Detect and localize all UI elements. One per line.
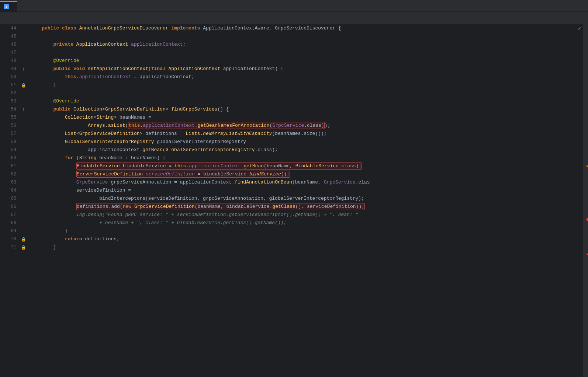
minimap-indicator-orange — [587, 165, 588, 167]
line-number-56: 56 — [0, 122, 20, 130]
line-number-70: 70 — [0, 235, 20, 243]
line-content-67: log.debug("Found gRPC service: " + servi… — [27, 211, 583, 219]
line-gutter-46 — [20, 41, 27, 49]
code-line-48: 48 @Override — [0, 57, 583, 65]
code-line-50: 50 this.applicationContext = application… — [0, 73, 583, 81]
line-number-58: 58 — [0, 138, 20, 146]
code-line-60: 60 for (String beanName : beanNames) { — [0, 154, 583, 162]
line-gutter-65 — [20, 195, 27, 203]
line-gutter-54: ↑ — [20, 105, 27, 114]
code-line-53: 53 @Override — [0, 97, 583, 105]
code-line-54: 54↑ public Collection<GrpcServiceDefinit… — [0, 105, 583, 114]
code-line-66: 66 definitions.add(new GrpcServiceDefini… — [0, 203, 583, 211]
line-number-51: 51 — [0, 81, 20, 89]
code-line-64: 64 serviceDefinition = — [0, 186, 583, 195]
line-content-60: for (String beanName : beanNames) { — [27, 154, 583, 162]
tab-file[interactable]: J — [0, 1, 17, 11]
lock-icon: 🔒 — [21, 237, 26, 242]
line-gutter-50 — [20, 73, 27, 81]
line-number-65: 65 — [0, 195, 20, 203]
line-content-70: return definitions; — [27, 235, 583, 243]
line-content-58: GlobalServerInterceptorRegistry globalSe… — [27, 138, 583, 146]
line-content-71: } — [27, 243, 583, 251]
code-line-67: 67 log.debug("Found gRPC service: " + se… — [0, 211, 583, 219]
line-gutter-48 — [20, 57, 27, 65]
line-gutter-52 — [20, 89, 27, 97]
line-content-47 — [27, 49, 583, 57]
line-number-66: 66 — [0, 203, 20, 211]
line-content-69: } — [27, 227, 583, 235]
line-gutter-49: ↑ — [20, 65, 27, 73]
line-content-65: bindInterceptors(serviceDefinition, grpc… — [27, 195, 583, 203]
code-line-46: 46 private ApplicationContext applicatio… — [0, 41, 583, 49]
line-content-61: BindableService bindableService = this.a… — [27, 162, 583, 170]
line-number-60: 60 — [0, 154, 20, 162]
line-gutter-44 — [20, 24, 27, 32]
line-gutter-66 — [20, 203, 27, 211]
line-content-64: serviceDefinition = — [27, 186, 583, 195]
code-line-58: 58 GlobalServerInterceptorRegistry globa… — [0, 138, 583, 146]
line-number-63: 63 — [0, 178, 20, 186]
line-number-44: 44 — [0, 24, 20, 32]
code-line-45: 45 — [0, 32, 583, 41]
line-number-62: 62 — [0, 170, 20, 178]
line-content-45 — [27, 32, 583, 41]
line-content-68: + beanName + ", class: " + bindableServi… — [27, 219, 583, 227]
editor: 44 public class AnnotationGrpcServiceDis… — [0, 24, 588, 377]
line-gutter-55 — [20, 114, 27, 122]
line-gutter-71: 🔒 — [20, 243, 27, 251]
line-number-71: 71 — [0, 243, 20, 251]
code-line-71: 71🔒 } — [0, 243, 583, 251]
line-gutter-57 — [20, 130, 27, 138]
code-line-70: 70🔒 return definitions; — [0, 235, 583, 243]
line-content-57: List<GrpcServiceDefinition> definitions … — [27, 130, 583, 138]
code-line-56: 56 Arrays.asList(this.applicationContext… — [0, 122, 583, 130]
line-gutter-68 — [20, 219, 27, 227]
warning-bar — [0, 12, 588, 24]
line-content-54: public Collection<GrpcServiceDefinition>… — [27, 105, 583, 114]
code-line-62: 62 ServerServiceDefinition serviceDefini… — [0, 170, 583, 178]
line-content-48: @Override — [27, 57, 583, 65]
line-gutter-67 — [20, 211, 27, 219]
line-gutter-62 — [20, 170, 27, 178]
line-gutter-69 — [20, 227, 27, 235]
line-content-56: Arrays.asList(this.applicationContext.ge… — [27, 122, 583, 130]
checkmark-icon: ✓ — [578, 25, 581, 32]
line-number-67: 67 — [0, 211, 20, 219]
line-content-46: private ApplicationContext applicationCo… — [27, 41, 583, 49]
line-content-49: public void setApplicationContext(final … — [27, 65, 583, 73]
line-number-50: 50 — [0, 73, 20, 81]
line-content-55: Collection<String> beanNames = — [27, 114, 583, 122]
line-content-44: public class AnnotationGrpcServiceDiscov… — [27, 24, 583, 32]
arrow-up-icon: ↑ — [22, 107, 25, 112]
code-line-47: 47 — [0, 49, 583, 57]
minimap-bar — [583, 24, 588, 377]
line-gutter-64 — [20, 186, 27, 195]
code-line-65: 65 bindInterceptors(serviceDefinition, g… — [0, 195, 583, 203]
line-content-51: } — [27, 81, 583, 89]
code-line-59: 59 applicationContext.getBean(GlobalServ… — [0, 146, 583, 154]
line-number-53: 53 — [0, 97, 20, 105]
line-content-63: GrpcService grpcServiceAnnotation = appl… — [27, 178, 583, 186]
minimap-indicator-red2 — [587, 254, 588, 255]
code-line-55: 55 Collection<String> beanNames = — [0, 114, 583, 122]
code-line-63: 63 GrpcService grpcServiceAnnotation = a… — [0, 178, 583, 186]
code-area[interactable]: 44 public class AnnotationGrpcServiceDis… — [0, 24, 583, 377]
code-line-44: 44 public class AnnotationGrpcServiceDis… — [0, 24, 583, 32]
line-number-45: 45 — [0, 32, 20, 41]
line-content-66: definitions.add(new GrpcServiceDefinitio… — [27, 203, 583, 211]
tab-bar: J — [0, 0, 588, 12]
line-number-49: 49 — [0, 65, 20, 73]
line-gutter-53 — [20, 97, 27, 105]
line-gutter-70: 🔒 — [20, 235, 27, 243]
line-number-61: 61 — [0, 162, 20, 170]
line-gutter-45 — [20, 32, 27, 41]
line-content-62: ServerServiceDefinition serviceDefinitio… — [27, 170, 583, 178]
line-number-47: 47 — [0, 49, 20, 57]
arrow-up-icon: ↑ — [22, 66, 25, 72]
line-number-59: 59 — [0, 146, 20, 154]
code-line-69: 69 } — [0, 227, 583, 235]
line-number-55: 55 — [0, 114, 20, 122]
line-gutter-63 — [20, 178, 27, 186]
code-line-68: 68 + beanName + ", class: " + bindableSe… — [0, 219, 583, 227]
